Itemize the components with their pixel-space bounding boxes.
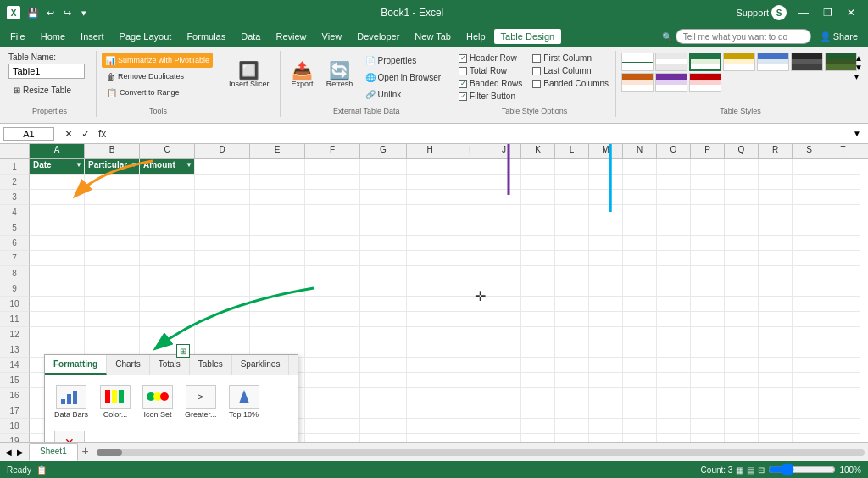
cell-o10[interactable]: [657, 297, 691, 312]
col-header-j[interactable]: J: [487, 144, 521, 158]
cell-o11[interactable]: [657, 312, 691, 327]
col-header-k[interactable]: K: [521, 144, 555, 158]
cell-n19[interactable]: [623, 434, 657, 442]
menu-view[interactable]: View: [315, 29, 349, 44]
cell-s6[interactable]: [793, 236, 826, 251]
cell-k1[interactable]: [521, 159, 555, 175]
cell-r16[interactable]: [759, 388, 793, 403]
page-layout-view-icon[interactable]: ▤: [747, 465, 754, 475]
cell-t18[interactable]: [826, 419, 860, 434]
cell-j8[interactable]: [487, 266, 521, 281]
cell-o12[interactable]: [657, 327, 691, 342]
cell-m5[interactable]: [589, 220, 623, 236]
cell-i11[interactable]: [453, 312, 487, 327]
cell-k8[interactable]: [521, 266, 555, 281]
share-button[interactable]: 👤Share: [813, 29, 865, 45]
tell-me-input[interactable]: [676, 29, 811, 44]
insert-function-button[interactable]: fx: [96, 128, 108, 140]
cell-e1[interactable]: [250, 159, 305, 175]
minimize-button[interactable]: —: [793, 3, 814, 23]
cell-e10[interactable]: [250, 297, 305, 312]
cell-k18[interactable]: [521, 419, 555, 434]
cell-s18[interactable]: [793, 419, 826, 434]
cell-l1[interactable]: [555, 159, 589, 175]
total-row-checkbox[interactable]: Total Row: [459, 65, 522, 76]
qa-top-10[interactable]: Top 10%: [226, 382, 262, 421]
cell-h6[interactable]: [407, 236, 453, 251]
support-button[interactable]: Support S: [732, 3, 790, 22]
row-1-num[interactable]: 1: [0, 159, 30, 175]
cell-t2[interactable]: [826, 175, 860, 190]
cell-d10[interactable]: [195, 297, 250, 312]
cell-h12[interactable]: [407, 327, 453, 342]
cell-g15[interactable]: [360, 373, 407, 388]
cell-s11[interactable]: [793, 312, 826, 327]
cell-l2[interactable]: [555, 175, 589, 190]
cell-e8[interactable]: [250, 266, 305, 281]
cell-l17[interactable]: [555, 403, 589, 419]
cell-t12[interactable]: [826, 327, 860, 342]
cell-g10[interactable]: [360, 297, 407, 312]
menu-data[interactable]: Data: [234, 29, 267, 44]
cell-m19[interactable]: [589, 434, 623, 442]
cell-a7[interactable]: [30, 251, 85, 266]
table-style-red[interactable]: [689, 73, 721, 92]
cell-i1[interactable]: [453, 159, 487, 175]
cell-m13[interactable]: [589, 342, 623, 358]
remove-dupes-button[interactable]: 🗑 Remove Duplicates: [102, 69, 213, 84]
cell-b9[interactable]: [85, 281, 140, 297]
cell-r17[interactable]: [759, 403, 793, 419]
cell-m17[interactable]: [589, 403, 623, 419]
styles-dropdown[interactable]: ▾: [854, 73, 863, 81]
cell-n5[interactable]: [623, 220, 657, 236]
cell-h16[interactable]: [407, 388, 453, 403]
cell-o9[interactable]: [657, 281, 691, 297]
col-header-l[interactable]: L: [555, 144, 589, 158]
cell-o13[interactable]: [657, 342, 691, 358]
cell-n18[interactable]: [623, 419, 657, 434]
cell-s14[interactable]: [793, 358, 826, 373]
cell-j7[interactable]: [487, 251, 521, 266]
cell-h2[interactable]: [407, 175, 453, 190]
cell-b4[interactable]: [85, 205, 140, 220]
cell-i8[interactable]: [453, 266, 487, 281]
col-header-o[interactable]: O: [657, 144, 691, 158]
cell-q10[interactable]: [725, 297, 759, 312]
cell-a4[interactable]: [30, 205, 85, 220]
cell-c4[interactable]: [140, 205, 195, 220]
cell-t9[interactable]: [826, 281, 860, 297]
cell-h13[interactable]: [407, 342, 453, 358]
cell-t3[interactable]: [826, 190, 860, 205]
cell-n11[interactable]: [623, 312, 657, 327]
cell-s19[interactable]: [793, 434, 826, 442]
save-icon[interactable]: 💾: [25, 5, 41, 20]
cell-k5[interactable]: [521, 220, 555, 236]
cancel-formula-button[interactable]: ✕: [62, 128, 75, 140]
cell-g12[interactable]: [360, 327, 407, 342]
cell-f16[interactable]: [305, 388, 360, 403]
cell-c5[interactable]: [140, 220, 195, 236]
cell-d2[interactable]: [195, 175, 250, 190]
cell-f7[interactable]: [305, 251, 360, 266]
cell-o1[interactable]: [657, 159, 691, 175]
cell-r4[interactable]: [759, 205, 793, 220]
cell-i10[interactable]: [453, 297, 487, 312]
col-header-b[interactable]: B: [85, 144, 140, 158]
cell-h5[interactable]: [407, 220, 453, 236]
menu-new-tab[interactable]: New Tab: [408, 29, 458, 44]
cell-s8[interactable]: [793, 266, 826, 281]
resize-table-button[interactable]: ⊞ Resize Table: [8, 82, 85, 97]
row-3-num[interactable]: 3: [0, 190, 30, 205]
cell-n12[interactable]: [623, 327, 657, 342]
cell-j18[interactable]: [487, 419, 521, 434]
menu-developer[interactable]: Developer: [350, 29, 406, 44]
cell-l11[interactable]: [555, 312, 589, 327]
col-header-i[interactable]: I: [453, 144, 487, 158]
cell-f10[interactable]: [305, 297, 360, 312]
cell-m9[interactable]: [589, 281, 623, 297]
row-9-num[interactable]: 9: [0, 281, 30, 297]
cell-p11[interactable]: [691, 312, 725, 327]
cell-j11[interactable]: [487, 312, 521, 327]
cell-p3[interactable]: [691, 190, 725, 205]
cell-t1[interactable]: [826, 159, 860, 175]
